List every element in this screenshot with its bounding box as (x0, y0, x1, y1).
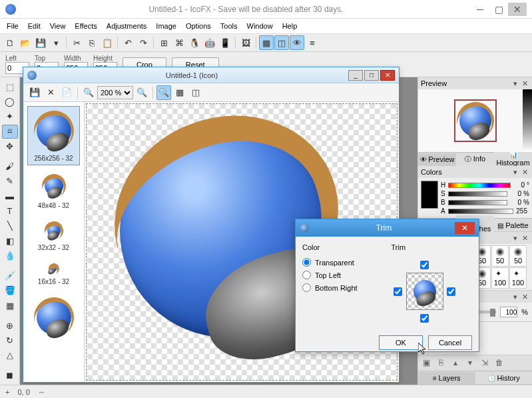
panel-close-icon[interactable]: ✕ (520, 293, 529, 301)
alpha-slider[interactable] (448, 209, 513, 214)
trim-top-checkbox[interactable] (420, 261, 429, 269)
menu-view[interactable]: View (46, 21, 70, 31)
color-swatch-icon[interactable]: ◼ (2, 369, 18, 382)
windows-icon[interactable]: ⊞ (156, 35, 171, 50)
maximize-button[interactable]: ▢ (489, 3, 508, 16)
hue-slider[interactable] (448, 183, 511, 188)
tab-info[interactable]: ⓘ Info (456, 153, 494, 166)
line-tool-icon[interactable]: ╲ (2, 219, 18, 233)
image-icon[interactable]: 🖼 (238, 35, 253, 50)
menu-edit[interactable]: Edit (24, 21, 45, 31)
tab-preview[interactable]: 👁 Preview (418, 153, 456, 165)
tab-palette[interactable]: ▤ Palette (494, 219, 532, 231)
doc-preview-icon[interactable]: 🔍 (156, 85, 171, 100)
zoom-select[interactable]: 200 % (97, 86, 133, 99)
doc-close-button[interactable]: ✕ (380, 70, 395, 81)
minimize-button[interactable]: ─ (471, 3, 489, 16)
layer-merge-icon[interactable]: ⇲ (479, 358, 490, 369)
preview-toggle-icon[interactable]: 👁 (290, 35, 304, 50)
ios-icon[interactable]: 📱 (218, 35, 232, 50)
layer-delete-icon[interactable]: 🗑 (494, 358, 505, 369)
layer-duplicate-icon[interactable]: ⎘ (435, 358, 446, 369)
crop-tool-icon[interactable]: ⌗ (2, 125, 18, 139)
brush-item[interactable]: ✦100 (509, 267, 527, 289)
dialog-close-button[interactable]: ✕ (455, 222, 475, 234)
move-tool-icon[interactable]: ✥ (2, 140, 18, 153)
transparency-icon[interactable]: ◫ (274, 35, 289, 50)
doc-delete-icon[interactable]: ✕ (43, 85, 58, 100)
menu-tools[interactable]: Tools (216, 21, 242, 31)
rect-tool-icon[interactable]: ▬ (2, 189, 18, 203)
thumb-extra[interactable] (27, 293, 80, 345)
menu-file[interactable]: File (3, 21, 23, 31)
doc-maximize-button[interactable]: □ (364, 70, 379, 81)
open-icon[interactable]: 📂 (18, 35, 33, 50)
opacity-input[interactable] (500, 307, 517, 317)
pencil-tool-icon[interactable]: ✎ (2, 175, 18, 188)
undo-icon[interactable]: ↶ (121, 35, 135, 50)
layer-new-icon[interactable]: ▣ (421, 358, 431, 369)
doc-minimize-button[interactable]: _ (348, 70, 363, 81)
fill-tool-icon[interactable]: 🪣 (2, 284, 18, 297)
panel-menu-icon[interactable]: ▾ (511, 293, 520, 301)
panel-close-icon[interactable]: ✕ (520, 168, 529, 177)
sharpen-tool-icon[interactable]: △ (2, 349, 18, 362)
lasso-tool-icon[interactable]: ◯ (2, 95, 18, 108)
bri-slider[interactable] (448, 200, 507, 205)
menu-help[interactable]: Help (278, 21, 302, 31)
thumb-16[interactable]: 16x16 - 32 (27, 259, 80, 289)
doc-transparency-icon[interactable]: ◫ (188, 85, 203, 100)
trim-right-checkbox[interactable] (447, 287, 455, 296)
eraser-tool-icon[interactable]: ◧ (2, 234, 18, 247)
zoom-in-icon[interactable]: 🔍 (134, 85, 149, 100)
print-icon[interactable]: ▾ (49, 35, 63, 50)
smudge-tool-icon[interactable]: 💧 (2, 249, 18, 262)
thumb-256[interactable]: 256x256 - 32 (27, 106, 80, 165)
zoom-out-icon[interactable]: 🔍 (81, 85, 96, 100)
brush-item[interactable]: 50 (491, 245, 509, 267)
marquee-tool-icon[interactable]: ⬚ (2, 80, 18, 93)
gradient-tool-icon[interactable]: ▦ (2, 299, 18, 312)
panel-menu-icon[interactable]: ▾ (511, 234, 520, 243)
tab-layers[interactable]: ≡ Layers (418, 372, 475, 384)
menu-options[interactable]: Options (182, 21, 215, 31)
layer-down-icon[interactable]: ▾ (465, 358, 475, 369)
menu-image[interactable]: Image (152, 21, 180, 31)
size-list[interactable]: 256x256 - 32 48x48 - 32 32x32 - 32 16x16… (23, 102, 85, 382)
doc-save-icon[interactable]: 💾 (27, 85, 42, 100)
menu-window[interactable]: Window (243, 21, 277, 31)
sat-slider[interactable] (448, 191, 507, 197)
heal-tool-icon[interactable]: ↻ (2, 333, 18, 347)
android-icon[interactable]: 🤖 (202, 35, 217, 50)
brush-tool-icon[interactable]: 🖌 (2, 159, 18, 173)
radio-transparent[interactable]: Transparent (302, 258, 384, 267)
save-icon[interactable]: 💾 (33, 35, 48, 50)
linux-icon[interactable]: 🐧 (187, 35, 202, 50)
menu-adjustments[interactable]: Adjustments (103, 21, 151, 31)
new-icon[interactable]: 🗋 (3, 35, 17, 50)
layers-icon[interactable]: ≡ (305, 35, 320, 50)
brush-item[interactable]: ✦100 (491, 267, 509, 289)
document-titlebar[interactable]: Untitled-1 (Icon) _ □ ✕ (23, 67, 399, 83)
doc-grid-icon[interactable]: ▦ (172, 85, 187, 100)
cancel-button[interactable]: Cancel (428, 335, 472, 350)
trim-left-checkbox[interactable] (394, 287, 402, 296)
dialog-titlebar[interactable]: Trim ✕ (296, 219, 479, 237)
foreground-color[interactable] (421, 181, 438, 209)
redo-icon[interactable]: ↷ (136, 35, 150, 50)
radio-topleft[interactable]: Top Left (302, 271, 384, 279)
trim-bottom-checkbox[interactable] (420, 314, 429, 323)
apple-icon[interactable]: ⌘ (172, 35, 186, 50)
grid-icon[interactable]: ▦ (259, 35, 274, 50)
close-button[interactable]: ✕ (508, 3, 527, 16)
panel-menu-icon[interactable]: ▾ (511, 168, 520, 177)
doc-export-icon[interactable]: 📄 (59, 85, 74, 100)
clone-tool-icon[interactable]: ⊕ (2, 319, 18, 332)
thumb-32[interactable]: 32x32 - 32 (27, 217, 80, 255)
copy-icon[interactable]: ⎘ (85, 35, 99, 50)
layer-up-icon[interactable]: ▴ (450, 358, 461, 369)
panel-menu-icon[interactable]: ▾ (511, 79, 520, 88)
tab-history[interactable]: 🕓 History (475, 372, 533, 384)
ok-button[interactable]: OK (379, 335, 423, 350)
wand-tool-icon[interactable]: ✦ (2, 110, 18, 123)
